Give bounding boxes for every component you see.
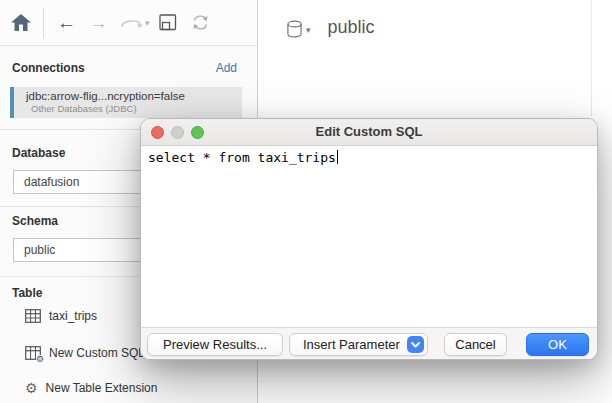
connection-item[interactable]: jdbc:arrow-flig...ncryption=false Other … [10, 87, 242, 118]
new-table-extension-row[interactable]: ⚙ New Table Extension [25, 379, 157, 397]
table-label: Table [12, 286, 42, 300]
ok-button[interactable]: OK [526, 333, 589, 356]
new-custom-sql-row[interactable]: ⚙ New Custom SQL [25, 344, 145, 362]
database-cylinder-icon [286, 20, 303, 39]
redo-icon[interactable] [119, 16, 143, 30]
connection-subtitle: Other Databases (JDBC) [26, 103, 242, 114]
edit-custom-sql-dialog: Edit Custom SQL select * from taxi_trips… [140, 118, 598, 360]
chevron-down-icon: ▾ [306, 25, 311, 35]
redo-caret-icon[interactable]: ▾ [145, 18, 150, 28]
save-icon[interactable] [159, 14, 177, 31]
insert-parameter-button[interactable]: Insert Parameter [289, 333, 428, 356]
dialog-title: Edit Custom SQL [141, 119, 597, 145]
home-icon[interactable] [10, 13, 32, 32]
text-cursor [337, 150, 338, 164]
datasource-dropdown[interactable]: ▾ [286, 20, 311, 39]
connections-header: Connections Add [0, 58, 257, 78]
cancel-button[interactable]: Cancel [444, 333, 507, 356]
new-custom-sql-label: New Custom SQL [49, 346, 145, 360]
table-extension-icon: ⚙ [25, 381, 38, 395]
preview-results-button[interactable]: Preview Results... [147, 333, 283, 356]
forward-arrow-icon[interactable]: → [89, 13, 108, 32]
toolbar-divider [43, 8, 44, 38]
table-row-taxi-trips[interactable]: taxi_trips [25, 307, 97, 325]
table-grid-icon [25, 309, 41, 323]
connections-label: Connections [12, 61, 85, 75]
close-icon[interactable] [151, 126, 164, 139]
back-arrow-icon[interactable]: ← [57, 13, 76, 32]
dialog-footer: Preview Results... Insert Parameter Canc… [141, 327, 597, 359]
toolbar: ← → ▾ [0, 0, 257, 46]
custom-sql-icon: ⚙ [25, 346, 41, 360]
app-window: ← → ▾ Connections Add jdbc:arrow-f [0, 0, 612, 403]
insert-parameter-menu-button[interactable] [407, 336, 424, 353]
new-table-extension-label: New Table Extension [46, 381, 158, 395]
traffic-lights [151, 126, 204, 139]
dialog-titlebar: Edit Custom SQL [141, 119, 597, 146]
chevron-down-icon [409, 338, 422, 351]
connection-title: jdbc:arrow-flig...ncryption=false [26, 90, 242, 102]
schema-title: public [328, 17, 375, 38]
gear-icon: ⚙ [36, 355, 44, 364]
zoom-icon[interactable] [191, 126, 204, 139]
canvas-divider [591, 0, 592, 116]
table-row-label: taxi_trips [49, 309, 97, 323]
sql-text: select * from taxi_trips [148, 150, 336, 165]
schema-header: ▾ public [286, 17, 375, 39]
add-connection-link[interactable]: Add [216, 61, 237, 75]
database-label: Database [12, 146, 65, 160]
insert-parameter-label: Insert Parameter [303, 334, 400, 355]
schema-label: Schema [12, 214, 58, 228]
refresh-icon[interactable] [191, 14, 210, 31]
sql-editor[interactable]: select * from taxi_trips [141, 146, 597, 329]
minimize-icon[interactable] [171, 126, 184, 139]
